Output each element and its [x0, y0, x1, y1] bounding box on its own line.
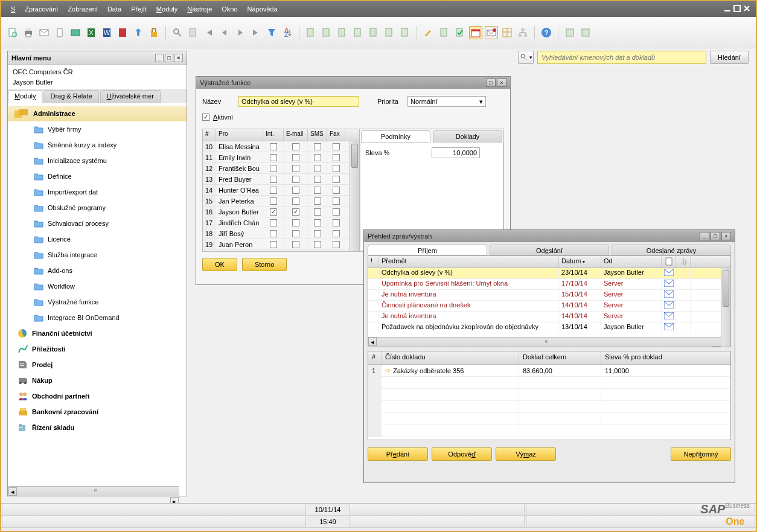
tree-item-11[interactable]: Výstražné funkce	[8, 294, 187, 310]
tab-podminky[interactable]: Podmínky	[361, 130, 430, 143]
tree-item-2[interactable]: Inicializace systému	[8, 153, 187, 168]
tree-root-admin[interactable]: Administrace	[8, 106, 187, 121]
pdf-icon[interactable]	[116, 26, 129, 39]
menu-data[interactable]: Data	[103, 3, 126, 15]
fax-icon[interactable]	[69, 26, 82, 39]
menu-moduly[interactable]: Moduly	[152, 3, 182, 15]
alert-grid-vscroll[interactable]	[350, 141, 359, 251]
tree-item-5[interactable]: Obslužné programy	[8, 200, 187, 216]
doc5-icon[interactable]	[367, 26, 380, 39]
fax-checkbox[interactable]	[333, 230, 340, 237]
first-icon[interactable]	[202, 26, 216, 39]
tree-item-6[interactable]: Schvalovací procesy	[8, 216, 187, 231]
msg-row[interactable]: Činnosti plánované na dnešek14/10/14Serv…	[368, 301, 730, 312]
fax-checkbox[interactable]	[333, 154, 340, 161]
email-checkbox[interactable]	[292, 187, 299, 194]
menu-okno[interactable]: Okno	[217, 3, 242, 15]
menu-zobrazeni[interactable]: Zobrazení	[63, 3, 103, 15]
doc1-icon[interactable]	[304, 26, 318, 39]
msg-hscroll[interactable]: ◂▸⠿	[368, 337, 721, 347]
alert-row[interactable]: 13Fred Buyer	[203, 174, 359, 185]
tree-item-0[interactable]: Výběr firmy	[8, 121, 187, 137]
tree-item-12[interactable]: Integrace BI OnDemand	[8, 310, 187, 325]
fax-checkbox[interactable]	[333, 176, 340, 183]
sms-checkbox[interactable]	[314, 197, 321, 205]
panel-hscroll[interactable]: ◂▸⠿	[8, 486, 179, 496]
doc2-icon[interactable]	[320, 26, 333, 39]
fax-checkbox[interactable]	[333, 197, 340, 205]
col-fax[interactable]: Fax	[327, 129, 345, 141]
tab-prijem[interactable]: Příjem	[368, 245, 487, 255]
tree-item-4[interactable]: Import/export dat	[8, 184, 187, 200]
int-checkbox[interactable]	[270, 241, 277, 248]
add-icon[interactable]	[187, 26, 200, 39]
tree-module-0[interactable]: Finanční účetnictví	[8, 325, 187, 341]
msg-row[interactable]: Je nutná inventura14/10/14Server	[368, 312, 730, 322]
email-checkbox[interactable]	[292, 241, 299, 248]
tree-module-5[interactable]: Bankovní zpracování	[8, 404, 187, 420]
alert-mail-icon[interactable]	[485, 26, 498, 39]
tree-item-1[interactable]: Směnné kurzy a indexy	[8, 137, 187, 153]
launch-icon[interactable]	[132, 26, 145, 39]
email-checkbox[interactable]	[292, 165, 299, 172]
doc-row[interactable]: 1➪Zakázky odběratele 35683.660,0011,0000	[368, 365, 730, 377]
reply-button[interactable]: Odpověď	[432, 447, 492, 461]
int-checkbox[interactable]	[270, 154, 277, 161]
col-attach-icon[interactable]	[676, 256, 691, 268]
sms-checkbox[interactable]	[314, 165, 321, 172]
alert-close-icon[interactable]: ×	[497, 79, 506, 87]
edit-icon[interactable]	[422, 26, 435, 39]
email-checkbox[interactable]	[292, 154, 299, 161]
alert-max-icon[interactable]: □	[486, 79, 496, 87]
col-email[interactable]: E-mail	[284, 129, 308, 141]
print-icon[interactable]	[22, 26, 35, 39]
ok-button[interactable]: OK	[202, 258, 237, 271]
help-icon[interactable]: ?	[540, 26, 553, 39]
minimize-icon[interactable]	[723, 4, 732, 14]
col-num[interactable]: #	[203, 129, 216, 141]
email-checkbox[interactable]	[292, 176, 299, 183]
sort-icon[interactable]: AZ	[281, 26, 294, 39]
fax-checkbox[interactable]	[333, 219, 340, 226]
email-checkbox[interactable]	[292, 230, 299, 237]
search-button[interactable]: Hledání	[710, 51, 749, 64]
search-dropdown[interactable]: ▾	[518, 51, 534, 64]
alert-row[interactable]: 17Jindřich Chán	[203, 217, 359, 228]
tree-item-9[interactable]: Add-ons	[8, 263, 187, 278]
extra2-icon[interactable]	[579, 26, 592, 39]
menu-napoveda[interactable]: Nápověda	[243, 3, 283, 15]
int-checkbox[interactable]	[270, 143, 277, 150]
col-date[interactable]: Datum ▾	[559, 256, 601, 268]
sms-checkbox[interactable]	[314, 219, 321, 226]
fax-checkbox[interactable]	[333, 187, 340, 194]
filter-icon[interactable]	[265, 26, 278, 39]
tree-item-7[interactable]: Licence	[8, 231, 187, 247]
msg-row[interactable]: Upomínka pro Servisní hlášení: Umyt okna…	[368, 279, 730, 290]
priority-select[interactable]: Normální	[407, 96, 486, 107]
int-checkbox[interactable]	[270, 197, 277, 205]
tree-module-6[interactable]: Řízení skladu	[8, 420, 187, 435]
hierarchy-icon[interactable]	[516, 26, 529, 39]
dcol-disc[interactable]: Sleva % pro doklad	[601, 351, 730, 364]
menu-soubor[interactable]: S	[6, 3, 20, 15]
msg-close-icon[interactable]: ×	[721, 232, 731, 240]
tree-item-10[interactable]: Workflow	[8, 278, 187, 294]
menu-prejit[interactable]: Přejít	[126, 3, 152, 15]
extra1-icon[interactable]	[563, 26, 577, 39]
tab-doklady[interactable]: Doklady	[433, 130, 502, 143]
alert-row[interactable]: 12František Bou	[203, 163, 359, 174]
alert-row[interactable]: 15Jan Peterka	[203, 196, 359, 207]
layout-icon[interactable]	[500, 26, 514, 39]
tree-module-3[interactable]: Nákup	[8, 373, 187, 388]
cancel-button[interactable]: Storno	[242, 258, 287, 271]
alert-title[interactable]: Výstražné funkce □×	[196, 77, 510, 89]
col-pro[interactable]: Pro	[216, 129, 263, 141]
int-checkbox[interactable]	[270, 187, 277, 194]
excel-icon[interactable]: X	[85, 26, 98, 39]
tree-module-1[interactable]: Příležitosti	[8, 341, 187, 357]
msg-row[interactable]: Odchylka od slevy (v %)23/10/14Jayson Bu…	[368, 268, 730, 279]
tab-moduly[interactable]: Moduly	[8, 90, 42, 103]
col-int[interactable]: Int.	[263, 129, 284, 141]
check-icon[interactable]	[453, 26, 467, 39]
fax-checkbox[interactable]	[333, 165, 340, 172]
